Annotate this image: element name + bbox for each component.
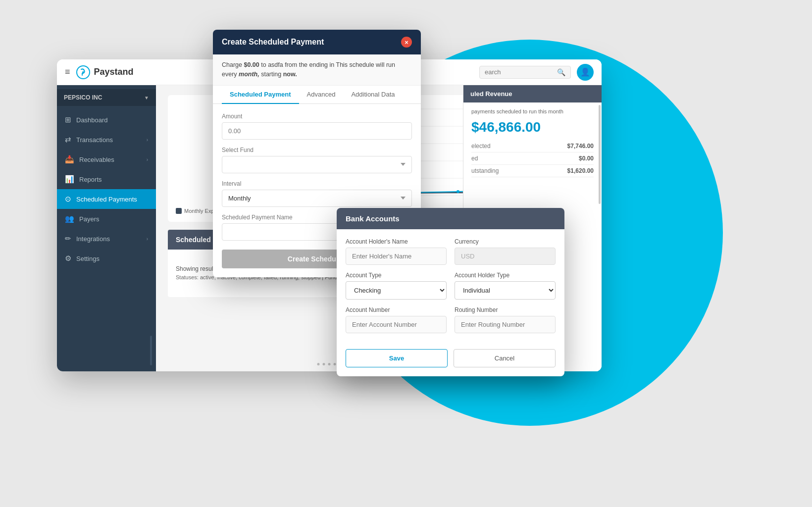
modal-amount-bold: $0.00: [244, 61, 259, 68]
bank-cancel-button[interactable]: Cancel: [454, 349, 556, 367]
search-bar: 🔍: [479, 66, 571, 79]
modal-subtext: Charge $0.00 to asdfa from the ending in…: [213, 54, 421, 86]
holder-name-input[interactable]: [346, 248, 447, 265]
sidebar-label-reports: Reports: [79, 176, 148, 183]
holder-name-field: Account Holder's Name: [346, 238, 447, 265]
modal-tabs: Scheduled Payment Advanced Additional Da…: [213, 86, 421, 104]
logo-text: Paystand: [94, 67, 134, 77]
sidebar-label-receivables: Receivables: [79, 156, 142, 163]
search-input[interactable]: [485, 68, 554, 76]
account-type-label: Account Type: [346, 272, 447, 279]
integrations-icon: ✏: [65, 234, 71, 243]
tab-additional-data[interactable]: Additional Data: [343, 86, 403, 104]
fund-label: Select Fund: [222, 147, 412, 153]
org-selector[interactable]: PEPSICO INC ▼: [57, 89, 156, 106]
currency-label: Currency: [455, 238, 556, 245]
sidebar-item-reports[interactable]: 📊 Reports: [57, 169, 156, 189]
rev-label-1: ed: [471, 155, 478, 162]
interval-field: Interval Monthly Weekly Daily Annually: [222, 180, 412, 207]
interval-label: Interval: [222, 180, 412, 187]
amount-label: Amount: [222, 113, 412, 120]
sidebar-label-scheduled-payments: Scheduled Payments: [76, 196, 148, 203]
rev-row-1: ed $0.00: [471, 152, 594, 165]
holder-name-label: Account Holder's Name: [346, 238, 447, 245]
sidebar-item-scheduled-payments[interactable]: ⊙ Scheduled Payments: [57, 189, 156, 209]
sidebar-label-settings: Settings: [76, 255, 148, 262]
sidebar-label-integrations: Integrations: [76, 235, 142, 243]
legend-dot-dark: [176, 208, 182, 214]
transactions-chevron-icon: ›: [147, 137, 148, 143]
sidebar-item-settings[interactable]: ⚙ Settings: [57, 249, 156, 268]
sidebar-label-dashboard: Dashboard: [76, 116, 148, 124]
sidebar-item-integrations[interactable]: ✏ Integrations ›: [57, 229, 156, 249]
receivables-icon: 📥: [65, 155, 74, 164]
org-name: PEPSICO INC: [64, 94, 102, 101]
fund-select[interactable]: [222, 156, 412, 173]
svg-point-1: [82, 71, 84, 73]
rev-amount: $46,866.00: [471, 119, 594, 135]
modal-scheduled-title: Create Scheduled Payment: [222, 38, 324, 47]
transactions-icon: ⇄: [65, 135, 71, 144]
amount-input[interactable]: [222, 122, 412, 140]
scrollbar-right[interactable]: [599, 105, 601, 204]
payers-icon: 👥: [65, 214, 74, 223]
org-chevron-icon: ▼: [144, 95, 149, 101]
bank-row-1: Account Holder's Name Currency: [346, 238, 556, 265]
sidebar-item-payers[interactable]: 👥 Payers: [57, 209, 156, 229]
sidebar-item-receivables[interactable]: 📥 Receivables ›: [57, 150, 156, 169]
holder-type-field: Account Holder Type Individual Business: [455, 272, 556, 300]
currency-field: Currency: [455, 238, 556, 265]
routing-number-label: Routing Number: [455, 306, 556, 313]
sidebar-label-payers: Payers: [79, 215, 148, 223]
sidebar: PEPSICO INC ▼ ⊞ Dashboard ⇄ Transactions…: [57, 85, 156, 371]
receivables-chevron-icon: ›: [147, 157, 148, 162]
logo-area: Paystand: [76, 65, 134, 79]
rev-value-1: $0.00: [579, 155, 594, 162]
modal-interval-italic: month,: [239, 71, 259, 78]
bank-row-3: Account Number Routing Number: [346, 306, 556, 333]
holder-type-label: Account Holder Type: [455, 272, 556, 279]
rev-label-0: elected: [471, 143, 491, 150]
interval-select[interactable]: Monthly Weekly Daily Annually: [222, 190, 412, 207]
fund-field: Select Fund: [222, 147, 412, 173]
rev-value-0: $7,746.00: [567, 143, 594, 150]
rev-amount-value: $: [471, 119, 479, 135]
paystand-logo-icon: [76, 65, 90, 79]
right-panel-subtext: payments scheduled to run this month: [471, 108, 594, 114]
search-icon: 🔍: [557, 68, 565, 76]
bank-modal-footer: Save Cancel: [337, 349, 564, 376]
sidebar-item-dashboard[interactable]: ⊞ Dashboard: [57, 110, 156, 130]
routing-number-input[interactable]: [455, 316, 556, 333]
modal-close-button[interactable]: ×: [401, 37, 412, 48]
account-number-label: Account Number: [346, 306, 447, 313]
user-avatar[interactable]: 👤: [577, 64, 594, 81]
hamburger-icon[interactable]: ≡: [65, 67, 70, 77]
holder-type-select[interactable]: Individual Business: [455, 281, 556, 300]
dashboard-icon: ⊞: [65, 115, 71, 124]
rev-row-0: elected $7,746.00: [471, 140, 594, 152]
rev-label-2: utstanding: [471, 167, 499, 174]
right-panel-header: uled Revenue: [463, 85, 602, 102]
account-type-select[interactable]: Checking Savings: [346, 281, 447, 300]
bank-row-2: Account Type Checking Savings Account Ho…: [346, 272, 556, 300]
integrations-chevron-icon: ›: [147, 236, 148, 242]
reports-icon: 📊: [65, 175, 74, 184]
tab-advanced[interactable]: Advanced: [299, 86, 344, 104]
routing-number-field: Routing Number: [455, 306, 556, 333]
bank-modal-body: Account Holder's Name Currency Account T…: [337, 229, 564, 349]
scheduled-payments-icon: ⊙: [65, 195, 71, 203]
sidebar-item-transactions[interactable]: ⇄ Transactions ›: [57, 130, 156, 150]
rev-row-2: utstanding $1,620.00: [471, 165, 594, 177]
settings-icon: ⚙: [65, 254, 71, 263]
rev-value-2: $1,620.00: [567, 167, 594, 174]
svg-point-16: [457, 190, 459, 193]
modal-scheduled-header: Create Scheduled Payment ×: [213, 30, 421, 54]
modal-bank-accounts: Bank Accounts Account Holder's Name Curr…: [337, 208, 564, 376]
sidebar-label-transactions: Transactions: [76, 136, 142, 144]
modal-now-bold: now.: [283, 71, 297, 78]
account-number-field: Account Number: [346, 306, 447, 333]
tab-scheduled-payment[interactable]: Scheduled Payment: [222, 86, 299, 104]
amount-field: Amount: [222, 113, 412, 140]
bank-save-button[interactable]: Save: [346, 349, 448, 367]
account-number-input[interactable]: [346, 316, 447, 333]
